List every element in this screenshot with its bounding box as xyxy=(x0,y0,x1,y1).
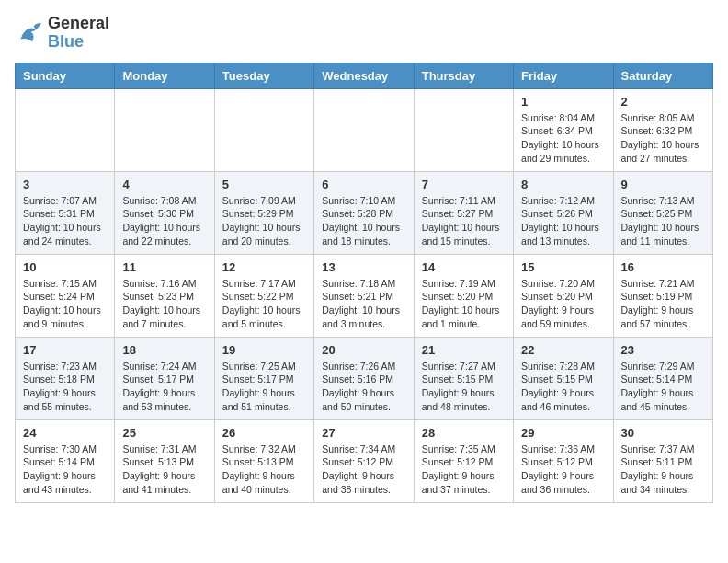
weekday-header: Tuesday xyxy=(214,63,313,88)
weekday-header: Wednesday xyxy=(314,63,414,88)
calendar-cell xyxy=(16,88,115,171)
day-number: 27 xyxy=(322,426,405,440)
weekday-header: Thursday xyxy=(414,63,513,88)
day-number: 25 xyxy=(122,426,206,440)
day-number: 16 xyxy=(621,260,705,274)
day-number: 3 xyxy=(23,178,107,191)
weekday-header: Monday xyxy=(115,63,214,88)
calendar-week-row: 17Sunrise: 7:23 AM Sunset: 5:18 PM Dayli… xyxy=(16,337,713,419)
day-info: Sunrise: 7:30 AM Sunset: 5:14 PM Dayligh… xyxy=(23,442,107,497)
day-number: 5 xyxy=(222,178,306,191)
day-info: Sunrise: 7:32 AM Sunset: 5:13 PM Dayligh… xyxy=(222,442,306,497)
calendar-week-row: 24Sunrise: 7:30 AM Sunset: 5:14 PM Dayli… xyxy=(16,419,713,502)
day-number: 6 xyxy=(322,178,405,191)
day-number: 1 xyxy=(521,95,605,109)
day-info: Sunrise: 7:18 AM Sunset: 5:21 PM Dayligh… xyxy=(322,277,405,331)
logo: General Blue xyxy=(15,15,109,52)
calendar-cell: 10Sunrise: 7:15 AM Sunset: 5:24 PM Dayli… xyxy=(16,254,115,337)
calendar-week-row: 10Sunrise: 7:15 AM Sunset: 5:24 PM Dayli… xyxy=(16,254,713,337)
calendar-cell: 2Sunrise: 8:05 AM Sunset: 6:32 PM Daylig… xyxy=(613,88,712,171)
calendar-cell: 13Sunrise: 7:18 AM Sunset: 5:21 PM Dayli… xyxy=(314,254,414,337)
calendar-table: SundayMondayTuesdayWednesdayThursdayFrid… xyxy=(15,63,713,503)
day-info: Sunrise: 7:07 AM Sunset: 5:31 PM Dayligh… xyxy=(23,194,107,248)
weekday-header: Friday xyxy=(514,63,613,88)
day-info: Sunrise: 8:04 AM Sunset: 6:34 PM Dayligh… xyxy=(521,111,605,166)
day-info: Sunrise: 7:24 AM Sunset: 5:17 PM Dayligh… xyxy=(122,360,206,414)
day-info: Sunrise: 7:27 AM Sunset: 5:15 PM Dayligh… xyxy=(422,360,506,414)
page-header: General Blue xyxy=(15,15,713,52)
day-info: Sunrise: 7:35 AM Sunset: 5:12 PM Dayligh… xyxy=(422,442,506,497)
day-info: Sunrise: 7:10 AM Sunset: 5:28 PM Dayligh… xyxy=(322,194,405,248)
day-number: 4 xyxy=(122,178,206,191)
calendar-cell: 19Sunrise: 7:25 AM Sunset: 5:17 PM Dayli… xyxy=(214,337,313,419)
logo-icon xyxy=(15,18,44,48)
day-number: 17 xyxy=(23,343,107,357)
day-number: 18 xyxy=(122,343,206,357)
day-number: 12 xyxy=(222,260,306,274)
calendar-cell xyxy=(314,88,414,171)
day-info: Sunrise: 7:34 AM Sunset: 5:12 PM Dayligh… xyxy=(322,442,405,497)
day-number: 30 xyxy=(621,426,705,440)
calendar-cell: 29Sunrise: 7:36 AM Sunset: 5:12 PM Dayli… xyxy=(514,419,613,502)
day-number: 26 xyxy=(222,426,306,440)
calendar-cell: 15Sunrise: 7:20 AM Sunset: 5:20 PM Dayli… xyxy=(514,254,613,337)
day-number: 2 xyxy=(621,95,705,109)
day-number: 7 xyxy=(422,178,506,191)
day-info: Sunrise: 7:16 AM Sunset: 5:23 PM Dayligh… xyxy=(122,277,206,331)
calendar-cell: 11Sunrise: 7:16 AM Sunset: 5:23 PM Dayli… xyxy=(115,254,214,337)
calendar-cell: 6Sunrise: 7:10 AM Sunset: 5:28 PM Daylig… xyxy=(314,171,414,254)
day-info: Sunrise: 7:28 AM Sunset: 5:15 PM Dayligh… xyxy=(521,360,605,414)
calendar-cell: 21Sunrise: 7:27 AM Sunset: 5:15 PM Dayli… xyxy=(414,337,513,419)
calendar-week-row: 3Sunrise: 7:07 AM Sunset: 5:31 PM Daylig… xyxy=(16,171,713,254)
calendar-cell: 22Sunrise: 7:28 AM Sunset: 5:15 PM Dayli… xyxy=(514,337,613,419)
calendar-cell: 18Sunrise: 7:24 AM Sunset: 5:17 PM Dayli… xyxy=(115,337,214,419)
calendar-cell: 7Sunrise: 7:11 AM Sunset: 5:27 PM Daylig… xyxy=(414,171,513,254)
day-number: 9 xyxy=(621,178,705,191)
calendar-week-row: 1Sunrise: 8:04 AM Sunset: 6:34 PM Daylig… xyxy=(16,88,713,171)
day-info: Sunrise: 7:36 AM Sunset: 5:12 PM Dayligh… xyxy=(521,442,605,497)
day-info: Sunrise: 8:05 AM Sunset: 6:32 PM Dayligh… xyxy=(621,111,705,166)
day-number: 21 xyxy=(422,343,506,357)
day-info: Sunrise: 7:12 AM Sunset: 5:26 PM Dayligh… xyxy=(521,194,605,248)
day-info: Sunrise: 7:17 AM Sunset: 5:22 PM Dayligh… xyxy=(222,277,306,331)
calendar-cell: 3Sunrise: 7:07 AM Sunset: 5:31 PM Daylig… xyxy=(16,171,115,254)
day-number: 28 xyxy=(422,426,506,440)
day-info: Sunrise: 7:37 AM Sunset: 5:11 PM Dayligh… xyxy=(621,442,705,497)
day-number: 14 xyxy=(422,260,506,274)
day-info: Sunrise: 7:09 AM Sunset: 5:29 PM Dayligh… xyxy=(222,194,306,248)
day-info: Sunrise: 7:29 AM Sunset: 5:14 PM Dayligh… xyxy=(621,360,705,414)
day-info: Sunrise: 7:31 AM Sunset: 5:13 PM Dayligh… xyxy=(122,442,206,497)
calendar-cell: 25Sunrise: 7:31 AM Sunset: 5:13 PM Dayli… xyxy=(115,419,214,502)
day-info: Sunrise: 7:23 AM Sunset: 5:18 PM Dayligh… xyxy=(23,360,107,414)
day-number: 15 xyxy=(521,260,605,274)
calendar-cell: 27Sunrise: 7:34 AM Sunset: 5:12 PM Dayli… xyxy=(314,419,414,502)
calendar-cell: 28Sunrise: 7:35 AM Sunset: 5:12 PM Dayli… xyxy=(414,419,513,502)
calendar-cell: 8Sunrise: 7:12 AM Sunset: 5:26 PM Daylig… xyxy=(514,171,613,254)
weekday-header: Sunday xyxy=(16,63,115,88)
day-info: Sunrise: 7:25 AM Sunset: 5:17 PM Dayligh… xyxy=(222,360,306,414)
calendar-cell: 14Sunrise: 7:19 AM Sunset: 5:20 PM Dayli… xyxy=(414,254,513,337)
day-number: 29 xyxy=(521,426,605,440)
day-info: Sunrise: 7:11 AM Sunset: 5:27 PM Dayligh… xyxy=(422,194,506,248)
calendar-cell xyxy=(414,88,513,171)
day-number: 13 xyxy=(322,260,405,274)
day-number: 10 xyxy=(23,260,107,274)
day-number: 20 xyxy=(322,343,405,357)
calendar-cell: 16Sunrise: 7:21 AM Sunset: 5:19 PM Dayli… xyxy=(613,254,712,337)
day-number: 24 xyxy=(23,426,107,440)
calendar-cell: 12Sunrise: 7:17 AM Sunset: 5:22 PM Dayli… xyxy=(214,254,313,337)
calendar-cell: 9Sunrise: 7:13 AM Sunset: 5:25 PM Daylig… xyxy=(613,171,712,254)
calendar-cell: 30Sunrise: 7:37 AM Sunset: 5:11 PM Dayli… xyxy=(613,419,712,502)
calendar-cell xyxy=(115,88,214,171)
day-info: Sunrise: 7:21 AM Sunset: 5:19 PM Dayligh… xyxy=(621,277,705,331)
day-info: Sunrise: 7:19 AM Sunset: 5:20 PM Dayligh… xyxy=(422,277,506,331)
calendar-cell: 26Sunrise: 7:32 AM Sunset: 5:13 PM Dayli… xyxy=(214,419,313,502)
calendar-cell: 1Sunrise: 8:04 AM Sunset: 6:34 PM Daylig… xyxy=(514,88,613,171)
day-number: 23 xyxy=(621,343,705,357)
calendar-cell: 5Sunrise: 7:09 AM Sunset: 5:29 PM Daylig… xyxy=(214,171,313,254)
calendar-cell: 23Sunrise: 7:29 AM Sunset: 5:14 PM Dayli… xyxy=(613,337,712,419)
day-info: Sunrise: 7:26 AM Sunset: 5:16 PM Dayligh… xyxy=(322,360,405,414)
calendar-cell: 17Sunrise: 7:23 AM Sunset: 5:18 PM Dayli… xyxy=(16,337,115,419)
calendar-header-row: SundayMondayTuesdayWednesdayThursdayFrid… xyxy=(16,63,713,88)
day-info: Sunrise: 7:13 AM Sunset: 5:25 PM Dayligh… xyxy=(621,194,705,248)
